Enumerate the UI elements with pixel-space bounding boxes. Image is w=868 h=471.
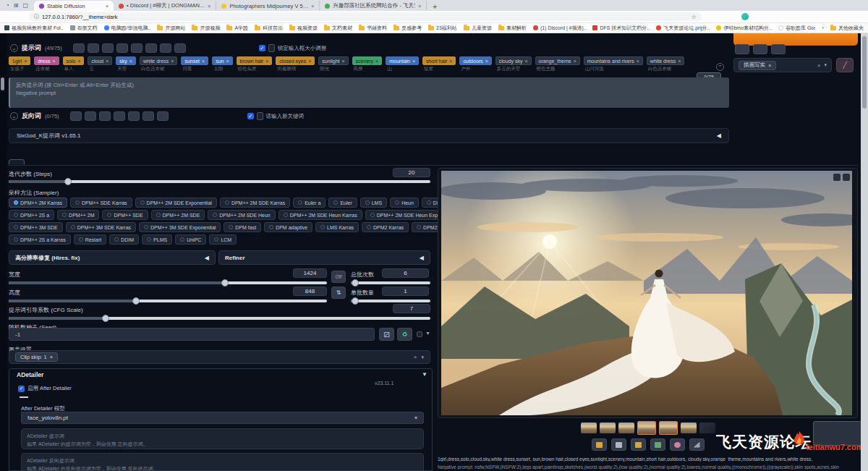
browser-corner-icons[interactable]: ◔⊞▢ bbox=[0, 0, 34, 11]
adetailer-unit-tab[interactable] bbox=[20, 394, 28, 398]
prompt-tool-button[interactable] bbox=[73, 43, 85, 53]
adetailer-prompt-input[interactable] bbox=[21, 428, 424, 449]
remove-tag-icon[interactable]: × bbox=[129, 59, 132, 64]
prompt-tag[interactable]: cloud× 云 bbox=[88, 56, 112, 77]
sampler-option[interactable]: DPM++ 2S a Karras bbox=[9, 234, 71, 245]
negative-tool-button[interactable] bbox=[128, 111, 140, 121]
gallery-thumbnail[interactable] bbox=[659, 421, 678, 435]
negative-translate-checkbox[interactable]: ✓ bbox=[247, 113, 254, 119]
prompt-tag[interactable]: sun× 太阳 bbox=[212, 56, 232, 77]
bookmark-item[interactable]: 书籍资料 bbox=[359, 25, 387, 32]
prompt-tag[interactable]: outdoors× 户外 bbox=[459, 56, 491, 77]
sampler-option[interactable]: DPM fast bbox=[224, 222, 261, 232]
remove-tag-icon[interactable]: × bbox=[412, 59, 415, 64]
styles-dropdown[interactable]: 插画写实× × ▾ bbox=[733, 58, 832, 72]
gallery-action-button[interactable] bbox=[670, 438, 685, 451]
remove-tag-icon[interactable]: × bbox=[202, 59, 205, 64]
url-text[interactable]: 127.0.0.1:7860/?__theme=dark bbox=[42, 14, 117, 20]
negative-tool-button[interactable] bbox=[85, 111, 96, 121]
main-tab[interactable] bbox=[67, 161, 72, 165]
negative-tool-button[interactable] bbox=[99, 111, 111, 121]
bookmark-item[interactable]: 视频资源 bbox=[289, 25, 318, 32]
sampler-option[interactable]: DPM++ 2M bbox=[57, 210, 99, 220]
reuse-seed-button[interactable]: ♻ bbox=[397, 328, 412, 341]
sampler-option[interactable]: DPM adaptive bbox=[264, 222, 312, 232]
sampler-option[interactable]: DPM++ 3M SDE Exponential bbox=[139, 222, 221, 232]
prompt-tag[interactable]: brown hair× 棕色头发 bbox=[237, 56, 273, 77]
gallery-action-button[interactable] bbox=[592, 438, 607, 451]
bookmark-item[interactable]: 电脑园/华强电脑.. bbox=[104, 25, 151, 32]
apply-style-button[interactable]: ╱ bbox=[836, 58, 854, 72]
prompt-tag[interactable]: mountain× 山 bbox=[386, 56, 419, 77]
prompt-mini-input[interactable] bbox=[268, 44, 275, 52]
profile-avatar[interactable] bbox=[741, 13, 749, 20]
style-tool-button[interactable] bbox=[735, 44, 749, 54]
seed-input[interactable] bbox=[9, 328, 375, 341]
sampler-option[interactable]: DPM++ 2M SDE Heun Karras bbox=[278, 210, 362, 220]
prompt-tag[interactable]: white dress× 白色连衣裙 bbox=[140, 56, 178, 77]
bookmark-item[interactable]: 儿童资源 bbox=[464, 25, 492, 32]
sampler-option[interactable]: UniPC bbox=[175, 234, 206, 245]
sampler-option[interactable]: Euler bbox=[328, 198, 357, 208]
sampler-option[interactable]: Heun bbox=[390, 198, 419, 208]
bookmark-item[interactable]: 科技前沿 bbox=[255, 25, 283, 32]
remove-tag-icon[interactable]: × bbox=[77, 59, 80, 64]
main-tab[interactable] bbox=[9, 159, 25, 165]
seed-extra-checkbox[interactable] bbox=[417, 331, 422, 337]
collapse-tags-button[interactable]: ⌃ bbox=[716, 63, 724, 71]
batch-count-slider[interactable] bbox=[351, 281, 430, 284]
browser-tab[interactable]: Stable Diffusion× bbox=[34, 1, 114, 11]
prompt-tool-button[interactable] bbox=[174, 43, 186, 53]
gallery-action-button[interactable] bbox=[689, 438, 705, 451]
collapse-negative-icon[interactable]: ⌄ bbox=[10, 112, 18, 120]
sampler-option[interactable]: DDIM bbox=[109, 234, 139, 245]
gallery-thumbnail[interactable] bbox=[618, 423, 634, 433]
prompt-tag[interactable]: mountains and rivers× 山川河流 bbox=[584, 56, 643, 77]
tab-search-icon[interactable]: ◔ bbox=[6, 2, 9, 9]
sixgod-accordion[interactable]: SixGod_K提示词 v1.65.1 ◀ bbox=[9, 128, 729, 143]
gallery-thumbnail[interactable] bbox=[681, 423, 697, 433]
sampler-option[interactable]: Restart bbox=[74, 234, 107, 245]
dropdown-caret-icon[interactable]: ▾ bbox=[421, 355, 424, 360]
slider-handle[interactable] bbox=[352, 297, 359, 305]
prompt-tag[interactable]: closed eyes× 闭着眼睛 bbox=[276, 56, 315, 77]
sampler-option[interactable]: DPM++ 2M SDE Exponential bbox=[135, 198, 217, 208]
prompt-tool-button[interactable] bbox=[116, 43, 128, 53]
steps-slider[interactable] bbox=[9, 180, 430, 183]
negative-tool-button[interactable] bbox=[70, 111, 82, 121]
prompt-tool-button[interactable] bbox=[131, 43, 142, 53]
prompt-tag[interactable]: scenery× 风景 bbox=[352, 56, 383, 77]
remove-tag-icon[interactable]: × bbox=[265, 59, 268, 64]
browser-tab[interactable]: Photographers Midjourney V 5…× bbox=[216, 1, 320, 11]
bookmark-item[interactable]: 文档素材 bbox=[324, 25, 352, 32]
remove-tag-icon[interactable]: × bbox=[485, 59, 488, 64]
negative-tool-button[interactable] bbox=[142, 111, 154, 121]
browser-tab[interactable]: • Discord | #聊天 | DONGMAN…× bbox=[114, 1, 216, 11]
height-slider[interactable] bbox=[9, 300, 327, 302]
adetailer-enable-checkbox[interactable]: ✓ bbox=[18, 386, 25, 392]
prompt-translate-checkbox[interactable]: ✓ bbox=[259, 45, 265, 51]
main-tab[interactable] bbox=[35, 161, 41, 165]
main-tab[interactable] bbox=[82, 161, 88, 165]
height-value[interactable]: 848 bbox=[293, 287, 327, 296]
sampler-option[interactable]: DPM++ SDE bbox=[102, 210, 148, 220]
gallery-action-button[interactable] bbox=[650, 438, 665, 451]
remove-tag-icon[interactable]: × bbox=[524, 59, 527, 64]
prompt-tag[interactable]: short hair× 短发 bbox=[422, 56, 456, 77]
remove-tag-icon[interactable]: × bbox=[574, 59, 576, 64]
vertical-tabs-icon[interactable]: ▢ bbox=[23, 2, 29, 9]
seed-caret-icon[interactable]: ▼ bbox=[425, 331, 430, 336]
bookmarks-overflow-chevron[interactable]: › bbox=[822, 25, 824, 31]
bookmark-item[interactable]: 石墨文档 bbox=[70, 25, 98, 32]
prompt-tag[interactable]: cloudy sky× 多云的天空 bbox=[495, 56, 532, 77]
bookmark-item[interactable]: 谷歌图库 Google.. bbox=[778, 25, 815, 32]
sampler-option[interactable]: DPM++ 2S a bbox=[9, 210, 54, 220]
width-value[interactable]: 1424 bbox=[293, 268, 327, 278]
adetailer-arrow-icon[interactable]: ▼ bbox=[422, 371, 427, 378]
bookmark-item[interactable]: DFS 技术知识文档分.. bbox=[592, 25, 650, 32]
width-slider[interactable] bbox=[9, 281, 327, 284]
new-tab-button[interactable]: + bbox=[427, 3, 443, 11]
sampler-option[interactable]: DPM2 Karras bbox=[362, 222, 409, 232]
refiner-accordion[interactable]: Refiner◀ bbox=[218, 250, 430, 265]
batch-size-value[interactable]: 1 bbox=[382, 287, 429, 296]
